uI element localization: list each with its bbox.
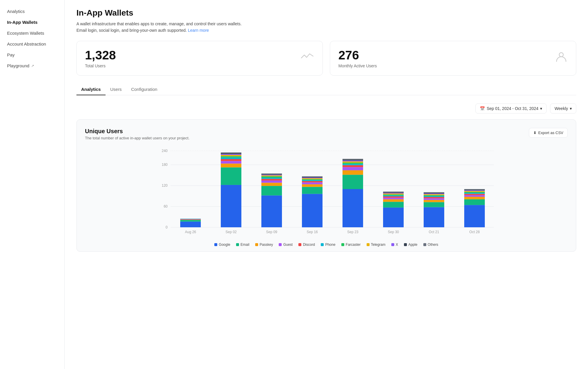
svg-text:Sep 30: Sep 30 xyxy=(388,230,399,234)
page-desc-text2: Email login, social login, and bring-you… xyxy=(76,28,187,33)
tab-configuration[interactable]: Configuration xyxy=(126,84,162,95)
svg-rect-98 xyxy=(464,190,485,191)
svg-text:Aug 26: Aug 26 xyxy=(185,230,196,234)
bar-chart: .grid-line { stroke: #e5e7eb; stroke-wid… xyxy=(85,145,568,239)
chart-card: Unique Users The total number of active … xyxy=(76,119,576,252)
svg-rect-16 xyxy=(180,218,201,219)
sidebar-item-account-abstraction-label: Account Abstraction xyxy=(7,41,46,46)
svg-rect-91 xyxy=(464,199,485,205)
page-desc-text1: A wallet infrastructure that enables app… xyxy=(76,21,242,26)
legend-dot-others xyxy=(423,243,426,246)
page-title: In-App Wallets xyxy=(76,8,576,18)
learn-more-link[interactable]: Learn more xyxy=(188,28,209,33)
legend-discord: Discord xyxy=(298,243,315,247)
svg-rect-78 xyxy=(424,207,444,227)
legend-dot-x xyxy=(391,243,394,246)
svg-rect-93 xyxy=(464,195,485,196)
svg-rect-54 xyxy=(343,189,363,227)
svg-rect-14 xyxy=(180,219,201,220)
svg-rect-27 xyxy=(221,153,241,154)
sidebar-item-playground[interactable]: Playground ↗ xyxy=(0,60,64,71)
chart-title: Unique Users xyxy=(85,128,190,135)
svg-rect-67 xyxy=(383,202,404,208)
legend-label-apple: Apple xyxy=(408,243,417,247)
sidebar-item-analytics[interactable]: Analytics xyxy=(0,6,64,17)
sidebar-item-pay[interactable]: Pay xyxy=(0,49,64,60)
export-csv-button[interactable]: ⬇ Export as CSV xyxy=(529,128,568,138)
svg-rect-74 xyxy=(383,193,404,193)
sidebar-item-in-app-wallets[interactable]: In-App Wallets xyxy=(0,17,64,28)
svg-rect-42 xyxy=(302,194,323,227)
legend-passkey: Passkey xyxy=(255,243,273,247)
svg-rect-86 xyxy=(424,193,444,194)
svg-text:0: 0 xyxy=(166,225,168,229)
legend-dot-apple xyxy=(404,243,407,246)
svg-text:Oct 21: Oct 21 xyxy=(429,230,439,234)
svg-text:180: 180 xyxy=(162,163,168,167)
svg-rect-39 xyxy=(261,174,282,175)
legend-label-x: X xyxy=(396,243,398,247)
svg-rect-61 xyxy=(343,161,363,163)
tab-users[interactable]: Users xyxy=(106,84,126,95)
chevron-down-icon: ▾ xyxy=(540,106,542,111)
svg-rect-63 xyxy=(343,159,363,160)
svg-rect-80 xyxy=(424,200,444,202)
page-description: A wallet infrastructure that enables app… xyxy=(76,21,576,34)
sidebar-item-playground-label: Playground xyxy=(7,63,29,68)
svg-rect-49 xyxy=(302,178,323,179)
date-range-label: Sep 01, 2024 - Oct 31, 2024 xyxy=(487,106,538,111)
date-range-picker[interactable]: 📅 Sep 01, 2024 - Oct 31, 2024 ▾ xyxy=(475,103,547,113)
legend-dot-guest xyxy=(279,243,282,246)
legend-guest: Guest xyxy=(279,243,293,247)
sidebar-item-ecosystem-wallets[interactable]: Ecosystem Wallets xyxy=(0,28,64,39)
legend-farcaster: Farcaster xyxy=(341,243,361,247)
svg-rect-26 xyxy=(221,154,241,155)
legend-label-email: Email xyxy=(240,243,249,247)
legend-label-phone: Phone xyxy=(325,243,335,247)
svg-rect-19 xyxy=(221,167,241,185)
svg-rect-56 xyxy=(343,170,363,175)
bar-oct21: Oct 21 xyxy=(424,192,444,234)
svg-rect-47 xyxy=(302,180,323,181)
main-content: In-App Wallets A wallet infrastructure t… xyxy=(65,0,588,369)
svg-rect-25 xyxy=(221,155,241,156)
svg-rect-72 xyxy=(383,194,404,195)
svg-rect-45 xyxy=(302,182,323,184)
legend-others: Others xyxy=(423,243,438,247)
chart-subtitle: The total number of active in-app wallet… xyxy=(85,136,190,140)
sidebar-item-account-abstraction[interactable]: Account Abstraction xyxy=(0,39,64,49)
chart-area: .grid-line { stroke: #e5e7eb; stroke-wid… xyxy=(85,145,568,239)
legend-dot-telegram xyxy=(367,243,370,246)
legend-label-farcaster: Farcaster xyxy=(346,243,361,247)
svg-rect-71 xyxy=(383,195,404,196)
legend-phone: Phone xyxy=(321,243,335,247)
calendar-icon: 📅 xyxy=(480,106,485,111)
svg-rect-75 xyxy=(383,192,404,193)
monthly-active-value: 276 xyxy=(338,48,377,62)
svg-rect-18 xyxy=(221,185,241,227)
stat-card-monthly-active: 276 Monthly Active Users xyxy=(330,41,576,76)
svg-rect-15 xyxy=(180,219,201,219)
user-icon xyxy=(555,50,568,66)
svg-rect-69 xyxy=(383,198,404,199)
external-link-icon: ↗ xyxy=(31,64,34,68)
legend-google: Google xyxy=(214,243,230,247)
svg-rect-23 xyxy=(221,157,241,159)
tab-analytics[interactable]: Analytics xyxy=(76,84,106,95)
period-selector[interactable]: Weekly ▾ xyxy=(550,103,576,113)
svg-rect-40 xyxy=(261,173,282,174)
svg-text:Sep 16: Sep 16 xyxy=(307,230,318,234)
svg-rect-90 xyxy=(464,205,485,227)
svg-rect-20 xyxy=(221,163,241,167)
svg-rect-85 xyxy=(424,194,444,195)
bar-aug26: Aug 26 xyxy=(180,218,201,234)
sidebar-item-pay-label: Pay xyxy=(7,52,15,57)
total-users-label: Total Users xyxy=(85,64,116,68)
total-users-value: 1,328 xyxy=(85,48,116,62)
svg-rect-11 xyxy=(180,221,201,227)
svg-rect-68 xyxy=(383,199,404,202)
chart-legend: Google Email Passkey Guest Discord Phone xyxy=(85,243,568,247)
svg-rect-58 xyxy=(343,165,363,167)
svg-rect-35 xyxy=(261,178,282,179)
svg-rect-33 xyxy=(261,181,282,183)
